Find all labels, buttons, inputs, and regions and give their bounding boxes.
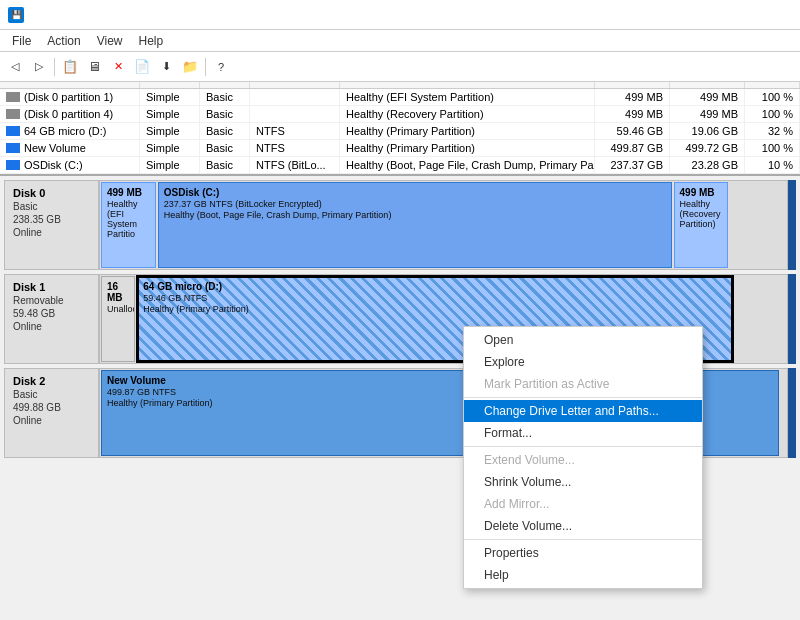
cell-free-4: 23.28 GB [670, 157, 745, 173]
cell-type-2: Basic [200, 123, 250, 139]
partition-1-0[interactable]: 16 MBUnallocated [101, 276, 135, 362]
part-title-1-1: 64 GB micro (D:) [143, 281, 727, 292]
vol-icon [6, 109, 20, 119]
ctx-item-10[interactable]: Help [464, 564, 702, 586]
forward-button[interactable]: ▷ [28, 56, 50, 78]
minimize-button[interactable] [710, 5, 736, 25]
table-row[interactable]: (Disk 0 partition 4) Simple Basic Health… [0, 106, 800, 123]
main-content: Disk 0 Basic 238.35 GB Online 499 MBHeal… [0, 176, 800, 620]
table-row[interactable]: (Disk 0 partition 1) Simple Basic Health… [0, 89, 800, 106]
part-sub2-0-1: Healthy (Boot, Page File, Crash Dump, Pr… [164, 210, 666, 220]
help-button[interactable]: ? [210, 56, 232, 78]
ctx-item-1[interactable]: Explore [464, 351, 702, 373]
disk-sub2-0: 238.35 GB [13, 214, 90, 225]
ctx-item-8[interactable]: Delete Volume... [464, 515, 702, 537]
cell-free-1: 499 MB [670, 106, 745, 122]
disk-sub3-1: Online [13, 321, 90, 332]
disk-title-2: Disk 2 [13, 375, 90, 387]
disk-sub2-1: 59.48 GB [13, 308, 90, 319]
open-button[interactable]: 📁 [179, 56, 201, 78]
close-button[interactable] [766, 5, 792, 25]
cell-status-3: Healthy (Primary Partition) [340, 140, 595, 156]
disk-end-bar-2 [788, 368, 796, 458]
disk-label-1: Disk 1 Removable 59.48 GB Online [4, 274, 99, 364]
toolbar-sep-1 [54, 58, 55, 76]
ctx-sep-4 [464, 446, 702, 447]
menu-view[interactable]: View [89, 32, 131, 49]
cell-type-4: Basic [200, 157, 250, 173]
disk-sub1-2: Basic [13, 389, 90, 400]
cell-volume-3: New Volume [0, 140, 140, 156]
part-title-0-1: OSDisk (C:) [164, 187, 666, 198]
disk-end-bar-0 [788, 180, 796, 270]
cell-capacity-0: 499 MB [595, 89, 670, 105]
ctx-sep-8 [464, 539, 702, 540]
col-layout [140, 82, 200, 88]
cell-layout-2: Simple [140, 123, 200, 139]
cell-status-2: Healthy (Primary Partition) [340, 123, 595, 139]
properties-button[interactable]: 📋 [59, 56, 81, 78]
menu-file[interactable]: File [4, 32, 39, 49]
cell-fs-0 [250, 89, 340, 105]
down-button[interactable]: ⬇ [155, 56, 177, 78]
table-body: (Disk 0 partition 1) Simple Basic Health… [0, 89, 800, 174]
cell-layout-3: Simple [140, 140, 200, 156]
cell-layout-0: Simple [140, 89, 200, 105]
part-sub-0-2: Healthy (Recovery Partition) [680, 199, 723, 229]
menu-help[interactable]: Help [131, 32, 172, 49]
col-volume [0, 82, 140, 88]
partition-0-1[interactable]: OSDisk (C:)237.37 GB NTFS (BitLocker Enc… [158, 182, 672, 268]
disk-sub1-0: Basic [13, 201, 90, 212]
ctx-item-6[interactable]: Shrink Volume... [464, 471, 702, 493]
cell-pct-0: 100 % [745, 89, 800, 105]
ctx-item-5: Extend Volume... [464, 449, 702, 471]
vol-icon [6, 160, 20, 170]
cell-fs-1 [250, 106, 340, 122]
cell-capacity-3: 499.87 GB [595, 140, 670, 156]
refresh-button[interactable]: 🖥 [83, 56, 105, 78]
disk-title-1: Disk 1 [13, 281, 90, 293]
cell-type-0: Basic [200, 89, 250, 105]
part-sub-1-0: Unallocated [107, 304, 129, 314]
ctx-item-3[interactable]: Change Drive Letter and Paths... [464, 400, 702, 422]
part-title-1-0: 16 MB [107, 281, 129, 303]
cell-free-3: 499.72 GB [670, 140, 745, 156]
cell-capacity-1: 499 MB [595, 106, 670, 122]
col-pct [745, 82, 800, 88]
table-row[interactable]: OSDisk (C:) Simple Basic NTFS (BitLo... … [0, 157, 800, 174]
delete-button[interactable]: ✕ [107, 56, 129, 78]
title-bar: 💾 [0, 0, 800, 30]
maximize-button[interactable] [738, 5, 764, 25]
table-row[interactable]: 64 GB micro (D:) Simple Basic NTFS Healt… [0, 123, 800, 140]
cell-pct-4: 10 % [745, 157, 800, 173]
part-sub2-1-1: Healthy (Primary Partition) [143, 304, 727, 314]
cell-fs-2: NTFS [250, 123, 340, 139]
ctx-item-4[interactable]: Format... [464, 422, 702, 444]
new-button[interactable]: 📄 [131, 56, 153, 78]
partition-0-0[interactable]: 499 MBHealthy (EFI System Partitio [101, 182, 156, 268]
toolbar-sep-2 [205, 58, 206, 76]
back-button[interactable]: ◁ [4, 56, 26, 78]
ctx-item-9[interactable]: Properties [464, 542, 702, 564]
partition-0-2[interactable]: 499 MBHealthy (Recovery Partition) [674, 182, 729, 268]
cell-volume-1: (Disk 0 partition 4) [0, 106, 140, 122]
cell-fs-4: NTFS (BitLo... [250, 157, 340, 173]
title-bar-left: 💾 [8, 7, 30, 23]
ctx-item-2: Mark Partition as Active [464, 373, 702, 395]
menu-action[interactable]: Action [39, 32, 88, 49]
cell-free-2: 19.06 GB [670, 123, 745, 139]
col-capacity [595, 82, 670, 88]
cell-fs-3: NTFS [250, 140, 340, 156]
cell-pct-1: 100 % [745, 106, 800, 122]
cell-pct-2: 32 % [745, 123, 800, 139]
part-sub1-1-1: 59.46 GB NTFS [143, 293, 727, 303]
cell-capacity-2: 59.46 GB [595, 123, 670, 139]
context-menu: OpenExploreMark Partition as ActiveChang… [463, 326, 703, 589]
disk-sub3-0: Online [13, 227, 90, 238]
disk-sub3-2: Online [13, 415, 90, 426]
part-title-0-0: 499 MB [107, 187, 150, 198]
table-row[interactable]: New Volume Simple Basic NTFS Healthy (Pr… [0, 140, 800, 157]
cell-type-3: Basic [200, 140, 250, 156]
ctx-item-0[interactable]: Open [464, 329, 702, 351]
toolbar: ◁ ▷ 📋 🖥 ✕ 📄 ⬇ 📁 ? [0, 52, 800, 82]
